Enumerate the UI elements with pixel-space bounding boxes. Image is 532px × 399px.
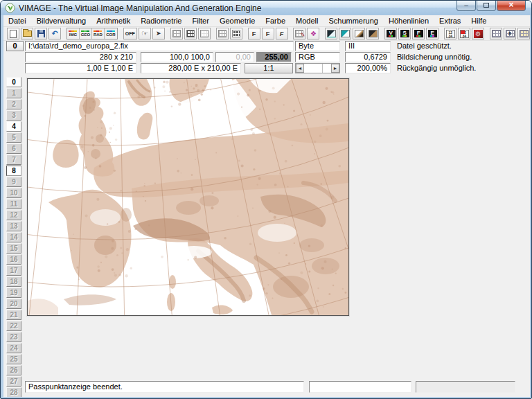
table-button[interactable] [490, 28, 502, 39]
image-slot-9[interactable]: 9 [6, 177, 21, 187]
image-slot-8[interactable]: 8 [6, 166, 21, 176]
image-slot-13[interactable]: 13 [6, 221, 21, 231]
zoom-percent-field[interactable]: 200,00% [345, 63, 391, 73]
scale-field[interactable]: 1,00 E 1,00 E [25, 63, 136, 73]
grid-edit-button[interactable]: ✎ [293, 28, 305, 39]
view-s-button[interactable]: S [398, 28, 411, 39]
image-slot-4[interactable]: 4 [6, 121, 21, 132]
image-slot-0[interactable]: 0 [6, 77, 21, 87]
image-slot-22[interactable]: 22 [6, 321, 21, 331]
scroll-left-icon[interactable]: ◄ [296, 64, 304, 73]
scroll-right-icon[interactable]: ► [331, 64, 339, 73]
table-bit-button[interactable]: 8 [504, 28, 516, 39]
image-slot-15[interactable]: 15 [6, 243, 21, 254]
menu-item-bildverwaltung[interactable]: Bildverwaltung [37, 17, 87, 25]
image-slot-17[interactable]: 17 [6, 265, 21, 276]
menu-item-modell[interactable]: Modell [296, 17, 318, 25]
new-file-button[interactable] [7, 28, 19, 39]
image-slot-26[interactable]: 26 [6, 365, 21, 375]
menu-item-extras[interactable]: Extras [439, 17, 461, 25]
max-value-field[interactable]: 255,00 [256, 52, 292, 62]
menu-item-geometrie[interactable]: Geometrie [220, 17, 255, 25]
zoom-1-1-button[interactable]: 1:1 [245, 63, 293, 73]
save-file-button[interactable] [35, 28, 47, 39]
zoom-scrollbar[interactable]: ◄ ► [295, 63, 340, 73]
raster-faint-button[interactable] [198, 28, 211, 39]
menu-item-datei[interactable]: Datei [8, 17, 26, 25]
pan-tool-button[interactable]: ☞ [139, 28, 151, 39]
open-file-button[interactable] [21, 28, 33, 39]
view-e-icon: E [428, 30, 437, 37]
filter-large-button[interactable]: F [248, 28, 260, 39]
data-type-field[interactable]: Byte [295, 41, 340, 51]
undo-button[interactable]: ↶ [48, 28, 61, 39]
menu-item-hilfe[interactable]: Hilfe [471, 17, 486, 25]
image-slot-18[interactable]: 18 [6, 276, 21, 287]
palette-button[interactable]: ❖ [307, 28, 319, 39]
scrollbar-thumb[interactable] [322, 64, 323, 73]
shade-nw-button[interactable] [325, 28, 337, 39]
coordinates-red-button[interactable]: 1234 [458, 28, 470, 39]
table-folder-button[interactable] [517, 28, 530, 39]
color-mode-field[interactable]: RGB [295, 52, 340, 62]
menu-item-höhenlinien[interactable]: Höhenlinien [389, 17, 429, 25]
resolution-field[interactable]: 100,0 100,0 [141, 52, 213, 62]
cor-channel-button[interactable]: COR [105, 28, 117, 39]
geo-channel-button[interactable]: GEO [80, 28, 92, 39]
image-slot-10[interactable]: 10 [6, 188, 21, 198]
maximize-button[interactable] [477, 1, 496, 11]
menu-item-schummerung[interactable]: Schummerung [328, 17, 378, 25]
image-slot-27[interactable]: 27 [6, 376, 21, 387]
image-slot-12[interactable]: 12 [6, 210, 21, 220]
image-size-field[interactable]: 280 x 210 [25, 52, 136, 62]
extent-field[interactable]: 280,00 E x 210,00 E [141, 63, 241, 73]
view-f-button[interactable]: F [412, 28, 425, 39]
image-slot-16[interactable]: 16 [6, 254, 21, 265]
image-canvas[interactable] [27, 78, 349, 316]
filter-medium-button[interactable]: F [262, 28, 274, 39]
image-slot-2[interactable]: 2 [6, 99, 21, 109]
image-slot-14[interactable]: 14 [6, 232, 21, 242]
img-channel-button[interactable]: IMG [67, 28, 80, 39]
menu-item-filter[interactable]: Filter [192, 17, 209, 25]
channels-field[interactable]: III [345, 41, 391, 51]
rad-channel-button[interactable]: RAD [92, 28, 105, 39]
image-slot-11[interactable]: 11 [6, 199, 21, 209]
settings-button[interactable]: ⚙ [472, 28, 484, 39]
overlay-off-button[interactable]: OFF [123, 28, 137, 39]
image-slot-23[interactable]: 23 [6, 332, 21, 342]
minimize-button[interactable]: – [456, 1, 476, 11]
image-slot-7[interactable]: 7 [6, 154, 21, 165]
menu-item-radiometrie[interactable]: Radiometrie [141, 17, 181, 25]
menu-item-arithmetik[interactable]: Arithmetik [96, 17, 130, 25]
grid-dark-button[interactable] [230, 28, 242, 39]
shade-se-button[interactable] [353, 28, 365, 39]
image-slot-19[interactable]: 19 [6, 287, 21, 298]
coordinates-button[interactable]: 1234 [444, 28, 456, 39]
image-slot-3[interactable]: 3 [6, 110, 21, 121]
image-slot-1[interactable]: 1 [6, 88, 21, 98]
file-path-field[interactable]: I:\data\rd_demo_europa_2.fix [25, 41, 294, 51]
image-slot-25[interactable]: 25 [6, 354, 21, 364]
menu-item-farbe[interactable]: Farbe [265, 17, 285, 25]
filter-italic-button[interactable]: F [276, 28, 288, 39]
image-slot-24[interactable]: 24 [6, 343, 21, 353]
shade-dark-button[interactable] [366, 28, 379, 39]
image-slot-6[interactable]: 6 [6, 143, 21, 154]
min-value-field[interactable]: 0,00 [215, 52, 254, 62]
image-slot-20[interactable]: 20 [6, 299, 21, 309]
image-slot-5[interactable]: 5 [6, 132, 21, 143]
raster-bold-button[interactable] [184, 28, 197, 39]
select-tool-button[interactable]: ➤ [152, 28, 165, 39]
close-button[interactable]: × [497, 1, 526, 11]
image-slot-28[interactable]: 28 [6, 387, 21, 397]
image-slot-21[interactable]: 21 [6, 310, 21, 320]
shade-teal-button[interactable] [339, 28, 351, 39]
view-e-button[interactable]: E [426, 28, 438, 39]
view-v-button[interactable]: V [384, 28, 397, 39]
gamma-field[interactable]: 0,6729 [345, 52, 391, 62]
grid-medium-button[interactable] [216, 28, 229, 39]
title-bar[interactable]: VIMAGE - The Virtual Image Manipulation … [1, 1, 531, 15]
active-slot-button[interactable]: 0 [6, 41, 24, 51]
raster-light-button[interactable] [170, 28, 183, 39]
